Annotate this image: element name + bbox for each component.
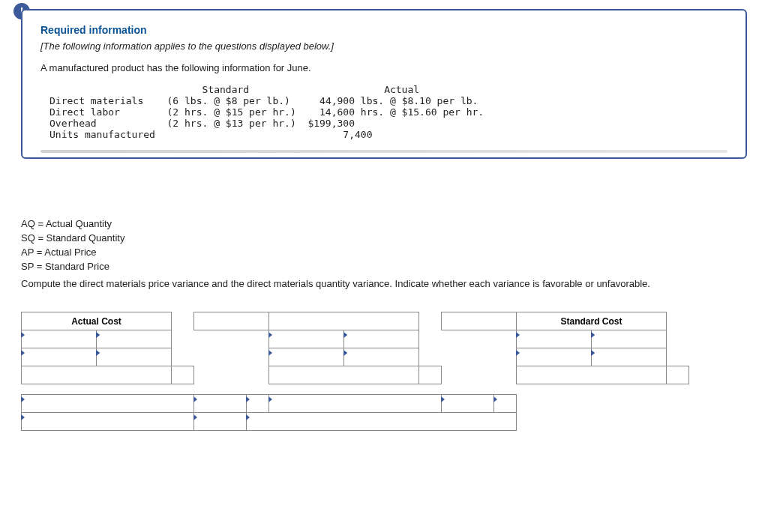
variable-legend: AQ = Actual Quantity SQ = Standard Quant… (21, 217, 124, 273)
header-blank-2 (269, 312, 419, 330)
row-label-3: Units manufactured (50, 129, 155, 140)
cost-data-table: Standard Actual Direct materials (6 lbs.… (50, 84, 728, 140)
gap (172, 312, 194, 330)
input-std-qty-1[interactable] (517, 330, 592, 348)
sym-actual[interactable] (172, 366, 194, 384)
row-std-1: (2 hrs. @ $15 per hr.) (167, 106, 296, 118)
row-label-1: Direct labor (50, 106, 120, 118)
required-info-box: Required information [The following info… (21, 9, 747, 159)
row-std-0: (6 lbs. @ $8 per lb.) (167, 95, 290, 106)
header-blank-3 (442, 312, 517, 330)
variance-amount-2[interactable] (442, 395, 494, 413)
variance-label-1[interactable] (22, 395, 194, 413)
col-header-standard: Standard (202, 84, 250, 95)
header-blank-1 (194, 312, 269, 330)
input-actual-price-2[interactable] (97, 348, 172, 366)
input-mid-price-1[interactable] (344, 330, 419, 348)
input-std-qty-2[interactable] (517, 348, 592, 366)
variance-amount-1[interactable] (194, 395, 247, 413)
answer-grid: Actual Cost Standard Cost (21, 312, 747, 431)
input-mid-qty-1[interactable] (269, 330, 344, 348)
sym-std[interactable] (667, 366, 689, 384)
legend-aq: AQ = Actual Quantity (21, 217, 124, 232)
legend-ap: AP = Actual Price (21, 246, 124, 260)
info-lead-sentence: A manufactured product has the following… (40, 62, 728, 73)
row-act-3: 7,400 (343, 129, 372, 140)
cost-data-pre: Standard Actual Direct materials (6 lbs.… (50, 84, 728, 140)
header-standard-cost: Standard Cost (517, 312, 667, 330)
sym-mid[interactable] (419, 366, 442, 384)
total-variance-amount[interactable] (194, 413, 247, 431)
input-std-price-1[interactable] (592, 330, 667, 348)
input-actual-price-1[interactable] (97, 330, 172, 348)
input-std-price-2[interactable] (592, 348, 667, 366)
row-act-2: $199,300 (308, 118, 355, 129)
page-root: ! Required information [The following in… (0, 0, 768, 532)
answer-table: Actual Cost Standard Cost (21, 312, 689, 431)
blank (249, 84, 384, 95)
input-actual-qty-2[interactable] (22, 348, 97, 366)
row-act-0: 44,900 lbs. @ $8.10 per lb. (320, 95, 478, 106)
blank (50, 84, 202, 95)
row-std-2: (2 hrs. @ $13 per hr.) (167, 118, 296, 129)
info-applies-note: [The following information applies to th… (40, 40, 728, 52)
input-mid-price-2[interactable] (344, 348, 419, 366)
info-box-bottom-bar (40, 150, 728, 153)
row-act-1: 14,600 hrs. @ $15.60 per hr. (320, 106, 484, 118)
header-actual-cost: Actual Cost (22, 312, 172, 330)
variance-label-2[interactable] (269, 395, 442, 413)
input-actual-qty-1[interactable] (22, 330, 97, 348)
question-instruction: Compute the direct materials price varia… (21, 277, 747, 291)
variance-fu-1[interactable] (247, 395, 269, 413)
total-variance-fu[interactable] (247, 413, 517, 431)
total-variance-label[interactable] (22, 413, 194, 431)
gap (667, 312, 689, 330)
required-info-heading: Required information (40, 24, 728, 36)
input-mid-qty-2[interactable] (269, 348, 344, 366)
legend-sq: SQ = Standard Quantity (21, 232, 124, 246)
col-header-actual: Actual (384, 84, 419, 95)
total-std-cost[interactable] (517, 366, 667, 384)
variance-fu-2[interactable] (494, 395, 517, 413)
legend-sp: SP = Standard Price (21, 260, 124, 274)
row-label-2: Overhead (50, 118, 97, 129)
row-label-0: Direct materials (50, 95, 143, 106)
gap (419, 312, 442, 330)
total-actual-cost[interactable] (22, 366, 172, 384)
total-mid-cost[interactable] (269, 366, 419, 384)
